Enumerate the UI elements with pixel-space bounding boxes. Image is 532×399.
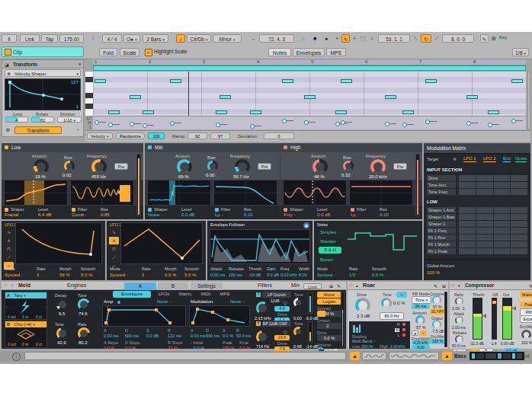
quantize-selector[interactable]: 2 Bars [143, 34, 168, 43]
mod-attack[interactable]: 0.00 ms [191, 334, 206, 338]
punch-in-icon[interactable]: ⟍ [412, 34, 419, 43]
midi-note[interactable] [466, 95, 478, 99]
frequency-knob[interactable] [91, 159, 107, 174]
engine-b-knob1-value[interactable]: 42.9 [57, 340, 66, 345]
tab-envelopes[interactable]: Envelopes [293, 48, 325, 56]
band-h-indicator[interactable]: H [397, 323, 399, 327]
filter-enable-checkbox[interactable] [351, 208, 354, 212]
matrix-cell[interactable] [476, 228, 493, 234]
target-x-icon[interactable]: ⊗ [453, 156, 457, 161]
fb-mode-selector[interactable]: Time [412, 296, 431, 304]
matrix-cell[interactable] [476, 207, 493, 213]
ramp-up-wave-icon[interactable]: ⟋ [109, 254, 119, 261]
velocity-marker[interactable] [216, 123, 220, 127]
filter-a-volume-fader[interactable] [308, 292, 312, 314]
midi-note[interactable] [402, 110, 414, 114]
midi-note[interactable] [341, 79, 352, 83]
overdub-plus-icon[interactable]: + [334, 34, 340, 43]
level-value[interactable]: 0.0 dB [317, 212, 330, 217]
source-lfo1[interactable]: LFO 1 [463, 156, 476, 162]
prev-variant-icon[interactable]: ‹ [6, 305, 8, 309]
matrix-cell[interactable] [459, 221, 476, 227]
randomize-amount[interactable]: 100 [148, 132, 165, 139]
hot-swap-warning-button[interactable]: ▲ [442, 352, 452, 360]
velocity-marker[interactable] [282, 119, 287, 123]
grid-icon[interactable]: ⊞ [490, 34, 498, 43]
groove-selector[interactable]: O● [123, 34, 140, 43]
frequency-value[interactable]: 20.0 kHz [369, 174, 387, 179]
matrix-cell[interactable] [494, 228, 511, 234]
filter-display[interactable] [213, 180, 277, 206]
res-value[interactable]: 0.10 [244, 212, 253, 217]
peak-mode-button[interactable]: Peak [520, 302, 532, 308]
key-map-button[interactable]: Key [499, 35, 507, 40]
hot-swap-icon[interactable]: ⊞ [442, 283, 446, 289]
global-amount-value[interactable]: 100 % [427, 270, 440, 275]
unison-selector[interactable]: 2 [317, 323, 341, 329]
loop-value[interactable]: 4 [5, 117, 28, 123]
engine-a-knob2[interactable] [78, 298, 90, 311]
edit-icon[interactable]: ✎ [529, 283, 532, 289]
draw-mode-button[interactable]: ✎ [341, 34, 350, 43]
mod-peak[interactable]: 100 % [223, 346, 235, 350]
metronome-icon[interactable]: 𝄀𝄀 [86, 34, 100, 43]
amount-value[interactable]: 19 % [35, 174, 46, 179]
bias-knob[interactable] [64, 161, 75, 171]
loop-button[interactable]: ↻ [421, 34, 431, 43]
fb-filter-button[interactable]: ⌐ [420, 330, 427, 336]
midi-note[interactable] [385, 95, 396, 99]
output-value[interactable]: -7.5 dB [431, 329, 444, 334]
filter-a-tone-knob[interactable] [293, 298, 303, 308]
routing-mode-selector[interactable]: Multi Band [352, 339, 376, 343]
matrix-cell[interactable] [459, 228, 476, 234]
time-signature-field[interactable]: 4 / 4 [102, 34, 122, 43]
rate-value[interactable]: 1 [142, 273, 144, 277]
shaper-type-selector[interactable]: Fractal [5, 212, 22, 217]
rate-value[interactable]: 1/2 [349, 273, 355, 277]
filter-a-freq-knob[interactable] [256, 302, 269, 314]
ratio-knob[interactable] [455, 297, 463, 305]
band-high-enable-checkbox[interactable] [284, 145, 287, 149]
midi-note[interactable] [488, 110, 499, 114]
matrix-cell[interactable] [511, 214, 527, 220]
matrix-cell[interactable] [476, 235, 493, 241]
gain-value[interactable]: 0.0 dB [267, 273, 279, 277]
sc-hpf-button[interactable]: SC HPF [430, 309, 445, 314]
link-button[interactable]: Link [20, 34, 40, 43]
lfo2-display[interactable] [120, 222, 203, 264]
filter-type-selector[interactable]: Lp [215, 212, 223, 217]
midi-note[interactable] [108, 110, 120, 114]
matrix-row-label[interactable]: Flt 1 Morph [427, 241, 456, 247]
midi-note[interactable] [130, 95, 141, 99]
bias-value[interactable]: 0.32 [341, 173, 351, 177]
add-transform-icon[interactable]: ⊕ [5, 126, 11, 134]
amount-knob[interactable] [177, 159, 192, 174]
midi-note[interactable] [170, 79, 181, 83]
view-options-button[interactable]: ⦀ [2, 34, 17, 43]
morph-value[interactable]: 59 % [59, 273, 70, 277]
subtab-midi[interactable]: MIDI [198, 291, 213, 298]
matrix-row-label[interactable]: Tone Amt [427, 182, 456, 188]
midi-note[interactable] [143, 110, 154, 114]
amount-knob[interactable] [312, 159, 328, 174]
matrix-cell[interactable] [476, 221, 493, 227]
midi-note[interactable] [250, 110, 261, 114]
noise-display[interactable] [346, 227, 419, 264]
tab-notes[interactable]: Notes [268, 48, 291, 56]
pre-button[interactable]: Pre [393, 163, 407, 170]
compress-knob[interactable] [432, 295, 441, 305]
triangle-wave-icon[interactable]: ∧ [4, 237, 14, 244]
scale-button[interactable]: Scale [120, 48, 139, 56]
matrix-cell[interactable] [511, 221, 527, 227]
release-knob[interactable] [455, 335, 463, 343]
dry-wet-knob[interactable] [521, 330, 531, 340]
mod-sustain[interactable]: 0.0 % [223, 334, 233, 338]
thresh-meter[interactable] [473, 298, 482, 340]
mod-envelope-display[interactable] [189, 305, 250, 327]
subtab-matrix[interactable]: Matrix [175, 291, 195, 298]
sine-wave-icon[interactable]: ∿ [109, 228, 119, 236]
matrix-cell[interactable] [511, 241, 527, 247]
tab-mpe[interactable]: MPE [326, 48, 346, 56]
fb-amount-knob[interactable] [415, 315, 425, 325]
shaper-enable-checkbox[interactable] [5, 208, 8, 212]
